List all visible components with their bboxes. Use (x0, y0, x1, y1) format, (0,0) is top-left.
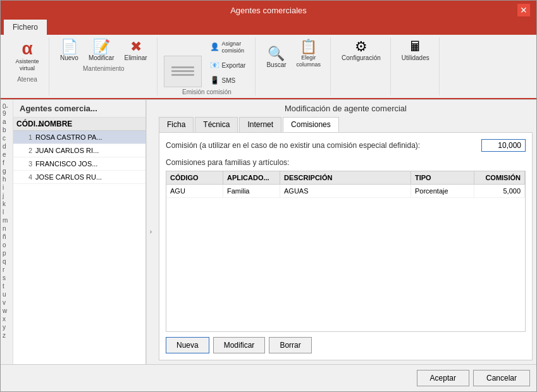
ct-applied-1: Familia (223, 185, 280, 197)
agent-name-3: FRANCISCO JOS... (35, 160, 142, 168)
commission-table-header: CÓDIGO APLICADO... DESCRIPCIÓN TIPO COMI… (166, 171, 525, 185)
commission-label: Comisión (a utilizar en el caso de no ex… (166, 141, 481, 150)
tab-tecnica[interactable]: Técnica (195, 117, 238, 132)
nueva-button[interactable]: Nueva (166, 337, 209, 353)
nuevo-icon: 📄 (61, 40, 78, 54)
alpha-z[interactable]: z (1, 331, 13, 340)
configuracion-button[interactable]: ⚙ Configuración (337, 37, 385, 64)
window-title: Agentes comerciales (20, 6, 517, 15)
agent-name-2: JUAN CARLOS RI... (35, 147, 142, 154)
alpha-j[interactable]: j (1, 192, 13, 200)
alpha-w[interactable]: w (1, 307, 13, 315)
detail-panel: Modificación de agente comercial Ficha T… (155, 100, 536, 364)
elegir-label: Elegircolumnas (297, 54, 321, 68)
alpha-v[interactable]: v (1, 298, 13, 307)
elegir-icon: 📋 (300, 40, 317, 54)
ct-commission-1: 5,000 (474, 185, 525, 197)
alpha-g[interactable]: g (1, 167, 13, 175)
virtual-assistant-button[interactable]: α Asistentevirtual (11, 37, 44, 75)
alpha-m[interactable]: m (1, 216, 13, 224)
alpha-ñ[interactable]: ñ (1, 233, 13, 241)
modificar-detail-button[interactable]: Modificar (213, 337, 266, 353)
exportar-button[interactable]: 📧 Exportar (206, 58, 250, 72)
agent-row-4[interactable]: 4 JOSE CARLOS RU... (13, 171, 145, 184)
agent-code-4: 4 (16, 173, 32, 181)
emision-buttons: 👤 Asignarcomisión 📧 Exportar 📱 SMS (164, 37, 250, 95)
sms-button[interactable]: 📱 SMS (206, 73, 250, 87)
alpha-l[interactable]: l (1, 208, 13, 216)
ribbon-group-virtual: α Asistentevirtual Atenea (6, 37, 49, 95)
agent-row-3[interactable]: 3 FRANCISCO JOS... (13, 157, 145, 171)
alpha-0-9[interactable]: 0-9 (1, 102, 13, 118)
buscar-button[interactable]: 🔍 Buscar (262, 44, 290, 71)
alpha-y[interactable]: y (1, 323, 13, 331)
gear-icon: ⚙ (355, 40, 367, 54)
preview-area (164, 56, 202, 87)
mantenimiento-buttons: 📄 Nuevo 📝 Modificar ✖ Eliminar (56, 37, 152, 64)
agent-name-4: JOSE CARLOS RU... (35, 173, 142, 181)
modificar-button[interactable]: 📝 Modificar (84, 37, 119, 64)
main-area: 0-9 a b c d e f g h i j k l m n ñ o p q … (1, 100, 536, 364)
agent-name-1: ROSA CASTRO PA... (35, 133, 142, 141)
agent-rows: 1 ROSA CASTRO PA... 2 JUAN CARLOS RI... … (13, 131, 145, 364)
alpha-k[interactable]: k (1, 200, 13, 208)
alpha-i[interactable]: i (1, 183, 13, 192)
buscar-label: Buscar (266, 61, 286, 68)
virtual-assistant-label: Asistentevirtual (15, 58, 39, 72)
borrar-button[interactable]: Borrar (269, 337, 311, 353)
col-header-desc: DESCRIPCIÓN (280, 171, 411, 184)
calculator-icon: 🖩 (409, 40, 423, 54)
agent-row-2[interactable]: 2 JUAN CARLOS RI... (13, 144, 145, 157)
alpha-f[interactable]: f (1, 159, 13, 167)
collapse-arrow[interactable]: › (146, 100, 155, 364)
alpha-u[interactable]: u (1, 290, 13, 298)
tab-fichero[interactable]: Fichero (4, 20, 47, 35)
buscar-icon: 🔍 (268, 47, 285, 61)
alpha-n[interactable]: n (1, 224, 13, 233)
utilidades-button[interactable]: 🖩 Utilidades (397, 37, 434, 64)
ribbon-group-mantenimiento: 📄 Nuevo 📝 Modificar ✖ Eliminar Mantenimi… (51, 37, 157, 95)
agent-row-1[interactable]: 1 ROSA CASTRO PA... (13, 131, 145, 144)
alpha-h[interactable]: h (1, 175, 13, 183)
alpha-e[interactable]: e (1, 150, 13, 159)
alpha-t[interactable]: t (1, 282, 13, 290)
nuevo-label: Nuevo (60, 54, 78, 61)
aceptar-button[interactable]: Aceptar (417, 370, 469, 386)
agent-table-header: CÓDI... NOMBRE (13, 118, 145, 131)
eliminar-button[interactable]: ✖ Eliminar (120, 37, 151, 64)
tab-internet[interactable]: Internet (239, 117, 281, 132)
ribbon: Fichero α Asistentevirtual Atenea 📄 Nuev… (1, 20, 536, 100)
alpha-q[interactable]: q (1, 257, 13, 266)
nuevo-button[interactable]: 📄 Nuevo (56, 37, 83, 64)
families-label: Comisiones para familias y artículos: (166, 158, 526, 167)
commission-value-input[interactable] (481, 139, 526, 152)
alpha-x[interactable]: x (1, 315, 13, 323)
agent-list-panel: Agentes comercia... CÓDI... NOMBRE 1 ROS… (13, 100, 146, 364)
tab-ficha[interactable]: Ficha (159, 117, 194, 132)
alpha-s[interactable]: s (1, 274, 13, 282)
alpha-c[interactable]: c (1, 134, 13, 142)
alpha-b[interactable]: b (1, 126, 13, 134)
preview-lines (168, 63, 197, 79)
alpha-p[interactable]: p (1, 249, 13, 257)
elegir-columnas-button[interactable]: 📋 Elegircolumnas (292, 37, 326, 71)
configuracion-label: Configuración (342, 54, 381, 61)
header-name: NOMBRE (39, 119, 142, 128)
alpha-a[interactable]: a (1, 118, 13, 126)
detail-content: Comisión (a utilizar en el caso de no ex… (159, 132, 533, 360)
close-button[interactable]: ✕ (517, 4, 530, 16)
asignar-comision-button[interactable]: 👤 Asignarcomisión (206, 37, 250, 57)
cancelar-button[interactable]: Cancelar (473, 370, 530, 386)
alpha-o[interactable]: o (1, 241, 13, 249)
tab-comisiones[interactable]: Comisiones (283, 117, 339, 132)
sms-icon: 📱 (210, 76, 219, 85)
agent-code-2: 2 (16, 147, 32, 154)
alpha-icon: α (22, 40, 32, 58)
col-header-commission: COMISIÓN (474, 171, 525, 184)
alpha-r[interactable]: r (1, 266, 13, 274)
agent-code-3: 3 (16, 160, 32, 168)
col-header-type: TIPO (411, 171, 474, 184)
alpha-d[interactable]: d (1, 142, 13, 150)
commission-row-1[interactable]: AGU Familia AGUAS Porcentaje 5,000 (166, 185, 525, 198)
ct-type-1: Porcentaje (411, 185, 474, 197)
